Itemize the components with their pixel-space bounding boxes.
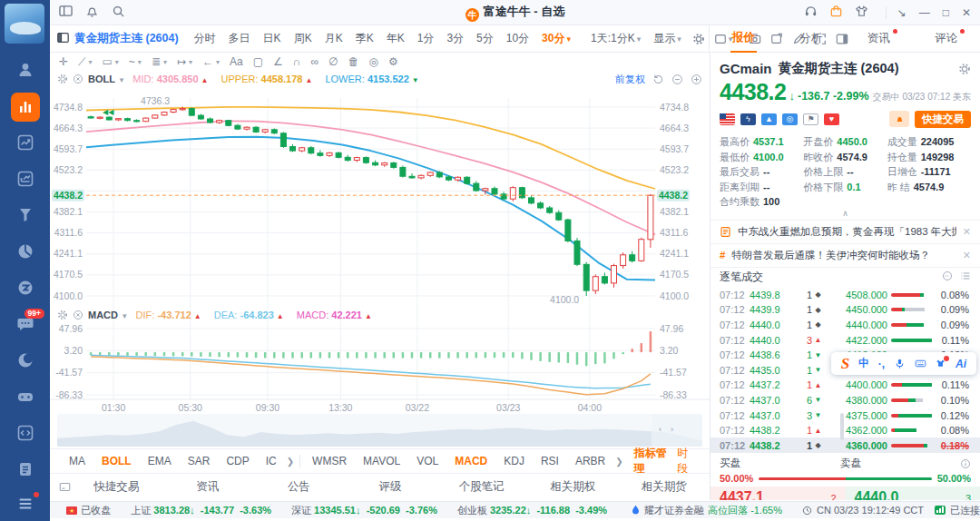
trade-row[interactable]: 07:124440.01◆4440.0000.09% [710,318,980,333]
layout-icon[interactable] [59,5,73,21]
indicator-tab-CDP[interactable]: CDP [218,455,257,467]
indicator-tab-SAR[interactable]: SAR [180,455,219,467]
ime-punctuation[interactable]: ·, [878,358,885,370]
bottom-tab-相关期货[interactable]: 相关期货 [618,479,710,495]
boll-close-icon[interactable] [73,74,83,84]
minimize-icon[interactable]: — [919,6,930,19]
chart-area[interactable]: ✛⟋▾▭▾~▾≣▾↦▾←▾Aa▢∠∩∞∅🗑◎⚙ BOLL ▾ MID: 4305… [50,53,710,500]
chart-settings-gear-icon[interactable] [692,33,705,45]
indicator-tab-ARBR[interactable]: ARBR [567,455,613,467]
alert-bell-icon[interactable] [889,111,909,127]
sidebar-item-quotes-icon[interactable] [0,89,50,125]
timeframe-1分[interactable]: 1分 [411,31,441,46]
close-icon[interactable]: ✕ [963,226,971,238]
panel-tab-报价[interactable]: 报价 [730,25,757,53]
trendline-tool-icon[interactable]: ⟋▾ [78,55,92,68]
chart-navigator[interactable]: ‹› [57,414,702,447]
bottom-tab-相关期权[interactable]: 相关期权 [527,479,619,495]
panel-tab-分析[interactable]: 分析 [798,25,824,52]
boll-settings-gear-icon[interactable] [57,74,68,84]
bottom-tab-资讯[interactable]: 资讯 [162,479,254,495]
symbol-name[interactable]: 黄金期货主连 (2604) [74,31,179,46]
connection-status[interactable]: 已连接 [935,504,980,517]
sidebar-item-screener-funnel-icon[interactable] [0,198,50,234]
timeframe-3分[interactable]: 3分 [440,31,470,46]
ask-price-cell[interactable]: 4440.03 [846,487,980,500]
indicator-tab-VOL[interactable]: VOL [408,455,446,467]
trades-scrollbar[interactable] [840,413,844,440]
timeframe-active[interactable]: 30分▾ [535,31,577,46]
timeframe-年K[interactable]: 年K [380,31,411,46]
indicator-tab-MACD[interactable]: MACD [446,455,495,467]
indicator-tab-RSI[interactable]: RSI [533,455,567,467]
ime-chinese-mode[interactable]: 中 [858,356,869,371]
sidebar-item-game-icon[interactable] [0,379,50,416]
note-tool-icon[interactable]: ≣▾ [152,55,167,68]
ime-skin-icon[interactable] [935,358,946,369]
panel-tab-评论[interactable]: 评论 [933,25,959,52]
avatar[interactable] [5,4,44,44]
zoom-in-icon[interactable] [691,74,702,85]
trades-filter-icon[interactable] [942,270,953,284]
flag-note-icon[interactable]: ⚑ [803,113,818,125]
timeframe-季K[interactable]: 季K [349,31,380,46]
indicator-manage[interactable]: 指标管理 [625,446,678,477]
zoom-out-icon[interactable] [671,74,683,85]
news-item[interactable]: #特朗普发最后通牒！美伊冲突何时能收场？✕ [710,244,980,268]
info-icon[interactable] [960,458,971,469]
timeframe-分时[interactable]: 分时 [188,31,222,46]
trade-row[interactable]: 07:124438.21▲4362.0000.08% [710,423,980,438]
bell-icon[interactable] [85,5,99,21]
sidebar-item-doc-icon[interactable] [0,452,50,488]
index-深证[interactable]: 深证 13345.51↓ -520.69 -3.76% [291,504,437,517]
collapse-chevron-icon[interactable]: ∧ [720,210,971,220]
mountain-badge-icon[interactable]: ▲ [761,113,777,125]
trade-row[interactable]: 07:124437.06▼4380.0000.10% [710,393,980,408]
arrow-tool-icon[interactable]: ←▾ [202,55,220,68]
angle-tool-icon[interactable]: ∠ [273,55,283,68]
ban-tool-icon[interactable]: ∅ [328,55,338,68]
macd-close-icon[interactable] [73,310,83,320]
indicator-more-icon[interactable]: ❯ [285,457,296,467]
adjust-mode-label[interactable]: 前复权 [615,73,645,86]
ime-mic-icon[interactable] [894,358,906,369]
trade-row[interactable]: 07:124439.91◆4450.0000.09% [710,302,980,318]
macd-name[interactable]: MACD ▾ [88,310,127,320]
sidebar-item-chat-icon[interactable]: 99+ [0,307,50,343]
indicator-tab-BOLL[interactable]: BOLL [93,455,140,467]
timeframe-5分[interactable]: 5分 [470,31,500,46]
broker-ad[interactable]: 耀才证券金融 高位回落 -1.65% [631,504,782,517]
close-icon[interactable]: ✕ [963,250,971,261]
index-创业板[interactable]: 创业板 3235.22↓ -116.88 -3.49% [457,504,607,517]
indicator-tab-MAVOL[interactable]: MAVOL [355,455,408,467]
trade-row[interactable]: 07:124440.03▲4422.0000.11% [710,332,980,348]
tag-icon[interactable]: ◎ [782,113,798,125]
sidebar-item-code-icon[interactable] [0,416,50,452]
boll-name[interactable]: BOLL ▾ [88,74,123,84]
link-tool-icon[interactable]: ∞ [310,55,318,68]
trade-row[interactable]: 07:124437.21▲4400.0000.11% [710,378,980,393]
bottom-tab-快捷交易[interactable]: 快捷交易 [71,479,162,495]
bottom-tab-评级[interactable]: 评级 [345,479,436,495]
indicator-tab-EMA[interactable]: EMA [140,455,180,467]
trash-tool-icon[interactable]: 🗑 [348,55,358,68]
bid-price-cell[interactable]: 4437.12 [710,487,846,500]
sidebar-item-user-icon[interactable] [0,53,50,89]
trade-row[interactable]: 07:124437.03▼4375.0000.12% [710,408,980,423]
magnet-tool-icon[interactable]: ∩ [293,55,301,68]
wave-tool-icon[interactable]: ~▾ [129,55,142,68]
indicator-tab-WMSR[interactable]: WMSR [304,455,355,467]
bottom-tab-公告[interactable]: 公告 [253,479,345,495]
shop-bag-icon[interactable] [829,5,843,21]
navigator-handle-icon[interactable]: ‹› [659,425,682,434]
bottom-tab-个股笔记[interactable]: 个股笔记 [436,479,527,495]
skin-shirt-icon[interactable] [855,5,868,21]
timeframe-多日[interactable]: 多日 [222,31,257,46]
news-item[interactable]: 中东战火重燃加息预期，黄金再现「1983 年大抛售...✕ [710,221,980,244]
candlestick-chart[interactable]: 01:3005:3009:3013:3003/2203/2304:004734.… [50,87,710,414]
trade-row[interactable]: 07:124439.81◆4508.0000.08% [710,288,980,303]
sidebar-item-market-trend-icon[interactable] [0,125,50,162]
rect-tool-icon[interactable]: ▭▾ [102,55,118,68]
timeframe-日K[interactable]: 日K [257,31,288,46]
indicator-tab-KDJ[interactable]: KDJ [495,455,533,467]
